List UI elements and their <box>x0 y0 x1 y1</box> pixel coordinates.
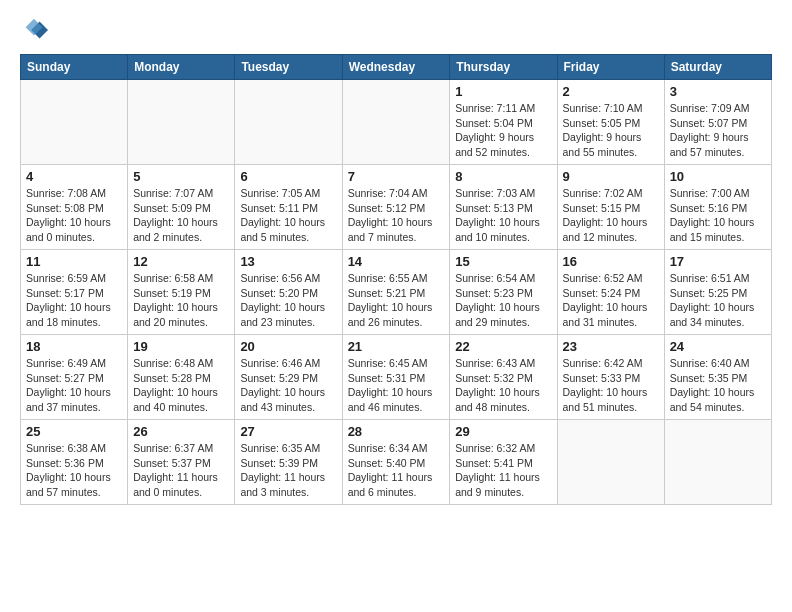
day-info: Sunrise: 7:11 AMSunset: 5:04 PMDaylight:… <box>455 101 551 160</box>
day-header-saturday: Saturday <box>664 55 771 80</box>
day-info: Sunrise: 6:46 AMSunset: 5:29 PMDaylight:… <box>240 356 336 415</box>
day-info: Sunrise: 6:37 AMSunset: 5:37 PMDaylight:… <box>133 441 229 500</box>
calendar-cell: 3Sunrise: 7:09 AMSunset: 5:07 PMDaylight… <box>664 80 771 165</box>
calendar-week-row: 25Sunrise: 6:38 AMSunset: 5:36 PMDayligh… <box>21 420 772 505</box>
day-info: Sunrise: 6:49 AMSunset: 5:27 PMDaylight:… <box>26 356 122 415</box>
calendar-cell: 4Sunrise: 7:08 AMSunset: 5:08 PMDaylight… <box>21 165 128 250</box>
day-number: 21 <box>348 339 445 354</box>
day-number: 15 <box>455 254 551 269</box>
day-info: Sunrise: 6:38 AMSunset: 5:36 PMDaylight:… <box>26 441 122 500</box>
calendar-cell: 17Sunrise: 6:51 AMSunset: 5:25 PMDayligh… <box>664 250 771 335</box>
day-number: 13 <box>240 254 336 269</box>
calendar-cell: 28Sunrise: 6:34 AMSunset: 5:40 PMDayligh… <box>342 420 450 505</box>
day-info: Sunrise: 6:35 AMSunset: 5:39 PMDaylight:… <box>240 441 336 500</box>
day-info: Sunrise: 6:54 AMSunset: 5:23 PMDaylight:… <box>455 271 551 330</box>
calendar-week-row: 4Sunrise: 7:08 AMSunset: 5:08 PMDaylight… <box>21 165 772 250</box>
calendar-cell: 6Sunrise: 7:05 AMSunset: 5:11 PMDaylight… <box>235 165 342 250</box>
calendar-header-row: SundayMondayTuesdayWednesdayThursdayFrid… <box>21 55 772 80</box>
day-info: Sunrise: 6:52 AMSunset: 5:24 PMDaylight:… <box>563 271 659 330</box>
calendar-cell: 26Sunrise: 6:37 AMSunset: 5:37 PMDayligh… <box>128 420 235 505</box>
day-number: 24 <box>670 339 766 354</box>
day-number: 25 <box>26 424 122 439</box>
day-number: 10 <box>670 169 766 184</box>
day-number: 7 <box>348 169 445 184</box>
day-number: 2 <box>563 84 659 99</box>
day-number: 17 <box>670 254 766 269</box>
calendar-cell: 13Sunrise: 6:56 AMSunset: 5:20 PMDayligh… <box>235 250 342 335</box>
calendar-cell: 5Sunrise: 7:07 AMSunset: 5:09 PMDaylight… <box>128 165 235 250</box>
calendar-cell: 9Sunrise: 7:02 AMSunset: 5:15 PMDaylight… <box>557 165 664 250</box>
day-info: Sunrise: 6:58 AMSunset: 5:19 PMDaylight:… <box>133 271 229 330</box>
day-info: Sunrise: 6:59 AMSunset: 5:17 PMDaylight:… <box>26 271 122 330</box>
day-info: Sunrise: 7:04 AMSunset: 5:12 PMDaylight:… <box>348 186 445 245</box>
day-header-sunday: Sunday <box>21 55 128 80</box>
calendar-cell <box>342 80 450 165</box>
day-info: Sunrise: 6:55 AMSunset: 5:21 PMDaylight:… <box>348 271 445 330</box>
calendar-cell: 18Sunrise: 6:49 AMSunset: 5:27 PMDayligh… <box>21 335 128 420</box>
calendar-cell <box>21 80 128 165</box>
calendar-cell <box>664 420 771 505</box>
calendar-table: SundayMondayTuesdayWednesdayThursdayFrid… <box>20 54 772 505</box>
day-info: Sunrise: 7:03 AMSunset: 5:13 PMDaylight:… <box>455 186 551 245</box>
day-number: 19 <box>133 339 229 354</box>
calendar-cell: 29Sunrise: 6:32 AMSunset: 5:41 PMDayligh… <box>450 420 557 505</box>
day-info: Sunrise: 6:43 AMSunset: 5:32 PMDaylight:… <box>455 356 551 415</box>
day-info: Sunrise: 7:05 AMSunset: 5:11 PMDaylight:… <box>240 186 336 245</box>
day-number: 22 <box>455 339 551 354</box>
calendar-week-row: 1Sunrise: 7:11 AMSunset: 5:04 PMDaylight… <box>21 80 772 165</box>
day-info: Sunrise: 7:07 AMSunset: 5:09 PMDaylight:… <box>133 186 229 245</box>
calendar-cell: 23Sunrise: 6:42 AMSunset: 5:33 PMDayligh… <box>557 335 664 420</box>
calendar-cell: 1Sunrise: 7:11 AMSunset: 5:04 PMDaylight… <box>450 80 557 165</box>
calendar-cell: 7Sunrise: 7:04 AMSunset: 5:12 PMDaylight… <box>342 165 450 250</box>
day-number: 9 <box>563 169 659 184</box>
day-number: 12 <box>133 254 229 269</box>
calendar-cell <box>557 420 664 505</box>
day-info: Sunrise: 6:34 AMSunset: 5:40 PMDaylight:… <box>348 441 445 500</box>
day-info: Sunrise: 7:09 AMSunset: 5:07 PMDaylight:… <box>670 101 766 160</box>
calendar-cell: 19Sunrise: 6:48 AMSunset: 5:28 PMDayligh… <box>128 335 235 420</box>
day-info: Sunrise: 7:00 AMSunset: 5:16 PMDaylight:… <box>670 186 766 245</box>
calendar-cell: 25Sunrise: 6:38 AMSunset: 5:36 PMDayligh… <box>21 420 128 505</box>
day-number: 18 <box>26 339 122 354</box>
calendar-cell: 15Sunrise: 6:54 AMSunset: 5:23 PMDayligh… <box>450 250 557 335</box>
day-info: Sunrise: 7:02 AMSunset: 5:15 PMDaylight:… <box>563 186 659 245</box>
day-number: 20 <box>240 339 336 354</box>
day-info: Sunrise: 6:42 AMSunset: 5:33 PMDaylight:… <box>563 356 659 415</box>
day-number: 14 <box>348 254 445 269</box>
logo <box>20 16 52 44</box>
calendar-cell: 21Sunrise: 6:45 AMSunset: 5:31 PMDayligh… <box>342 335 450 420</box>
day-info: Sunrise: 6:56 AMSunset: 5:20 PMDaylight:… <box>240 271 336 330</box>
day-number: 11 <box>26 254 122 269</box>
calendar-cell: 27Sunrise: 6:35 AMSunset: 5:39 PMDayligh… <box>235 420 342 505</box>
calendar-cell: 16Sunrise: 6:52 AMSunset: 5:24 PMDayligh… <box>557 250 664 335</box>
calendar-cell: 24Sunrise: 6:40 AMSunset: 5:35 PMDayligh… <box>664 335 771 420</box>
day-header-wednesday: Wednesday <box>342 55 450 80</box>
calendar-week-row: 18Sunrise: 6:49 AMSunset: 5:27 PMDayligh… <box>21 335 772 420</box>
calendar-cell: 14Sunrise: 6:55 AMSunset: 5:21 PMDayligh… <box>342 250 450 335</box>
day-info: Sunrise: 6:48 AMSunset: 5:28 PMDaylight:… <box>133 356 229 415</box>
calendar-cell: 20Sunrise: 6:46 AMSunset: 5:29 PMDayligh… <box>235 335 342 420</box>
day-number: 1 <box>455 84 551 99</box>
calendar-week-row: 11Sunrise: 6:59 AMSunset: 5:17 PMDayligh… <box>21 250 772 335</box>
calendar-cell: 10Sunrise: 7:00 AMSunset: 5:16 PMDayligh… <box>664 165 771 250</box>
calendar-cell: 8Sunrise: 7:03 AMSunset: 5:13 PMDaylight… <box>450 165 557 250</box>
day-number: 6 <box>240 169 336 184</box>
day-number: 3 <box>670 84 766 99</box>
day-number: 29 <box>455 424 551 439</box>
day-info: Sunrise: 6:45 AMSunset: 5:31 PMDaylight:… <box>348 356 445 415</box>
calendar-cell: 11Sunrise: 6:59 AMSunset: 5:17 PMDayligh… <box>21 250 128 335</box>
page-header <box>20 16 772 44</box>
day-number: 16 <box>563 254 659 269</box>
day-number: 27 <box>240 424 336 439</box>
day-number: 4 <box>26 169 122 184</box>
day-header-monday: Monday <box>128 55 235 80</box>
day-info: Sunrise: 6:32 AMSunset: 5:41 PMDaylight:… <box>455 441 551 500</box>
day-header-friday: Friday <box>557 55 664 80</box>
day-info: Sunrise: 7:08 AMSunset: 5:08 PMDaylight:… <box>26 186 122 245</box>
calendar-cell <box>235 80 342 165</box>
day-header-tuesday: Tuesday <box>235 55 342 80</box>
day-header-thursday: Thursday <box>450 55 557 80</box>
day-number: 28 <box>348 424 445 439</box>
day-number: 8 <box>455 169 551 184</box>
day-number: 26 <box>133 424 229 439</box>
